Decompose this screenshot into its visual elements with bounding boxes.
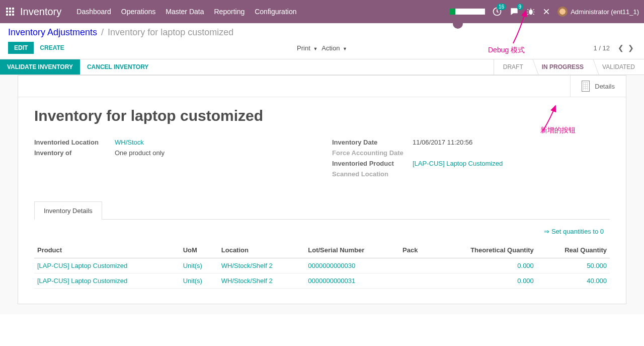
label-force-date: Force Accounting Date [332, 149, 413, 157]
close-icon[interactable] [542, 8, 550, 16]
top-nav: Inventory Dashboard Operations Master Da… [0, 0, 644, 23]
print-dropdown[interactable]: Print ▼ [297, 44, 317, 52]
apps-icon[interactable] [5, 7, 15, 17]
status-stages: DRAFT IN PROGRESS VALIDATED [494, 59, 644, 75]
value-date: 11/06/2017 11:20:56 [413, 139, 472, 146]
value-inventory-of: One product only [115, 149, 165, 157]
cell-uom[interactable]: Unit(s) [180, 258, 218, 273]
action-dropdown[interactable]: Action ▼ [321, 44, 347, 52]
breadcrumb-sep: / [101, 27, 104, 38]
fields-grid: Inventoried LocationWH/Stock Inventory o… [34, 139, 610, 181]
statusbar: VALIDATE INVENTORY CANCEL INVENTORY DRAF… [0, 59, 644, 75]
details-icon [582, 81, 590, 92]
page-title: Inventory for laptop customized [34, 107, 610, 124]
stage-draft[interactable]: DRAFT [494, 59, 532, 75]
set-quantities-link[interactable]: ⇒ Set quantities to 0 [544, 228, 604, 235]
pager-next[interactable]: ❯ [626, 42, 636, 54]
label-date: Inventory Date [332, 139, 413, 146]
user-menu[interactable]: Administrator (ent11_1) [557, 7, 639, 17]
details-button[interactable]: Details [570, 76, 626, 97]
avatar [557, 7, 568, 17]
edit-button[interactable]: EDIT [8, 42, 34, 54]
user-name: Administrator (ent11_1) [571, 8, 639, 16]
activities-badge: 16 [497, 4, 506, 10]
pager-nav: ❮ ❯ [616, 42, 636, 54]
control-panel: Inventory Adjustments / Inventory for la… [0, 23, 644, 54]
validate-button[interactable]: VALIDATE INVENTORY [0, 59, 80, 75]
cell-real[interactable]: 40.000 [537, 273, 610, 289]
cell-real[interactable]: 50.000 [537, 258, 610, 273]
nav-right: 16 9 Administrator (ent11_1) [450, 7, 639, 17]
cell-product[interactable]: [LAP-CUS] Laptop Customized [34, 273, 180, 289]
nav-configuration[interactable]: Configuration [255, 8, 296, 16]
svg-point-1 [529, 10, 533, 15]
col-uom[interactable]: UoM [180, 242, 218, 258]
cell-lot[interactable]: 0000000000031 [305, 273, 399, 289]
cancel-button[interactable]: CANCEL INVENTORY [80, 59, 155, 75]
nav-operations[interactable]: Operations [121, 8, 155, 16]
breadcrumb-current: Inventory for laptop customized [108, 27, 233, 38]
cell-lot[interactable]: 0000000000030 [305, 258, 399, 273]
nav-master-data[interactable]: Master Data [166, 8, 204, 16]
col-product[interactable]: Product [34, 242, 180, 258]
table-row[interactable]: [LAP-CUS] Laptop CustomizedUnit(s)WH/Sto… [34, 273, 610, 289]
nav-reporting[interactable]: Reporting [214, 8, 245, 16]
label-scanned: Scanned Location [332, 170, 413, 178]
debug-icon[interactable] [526, 7, 535, 16]
messages-icon[interactable]: 9 [509, 7, 519, 17]
inventory-lines-table: Product UoM Location Lot/Serial Number P… [34, 242, 610, 289]
cell-location[interactable]: WH/Stock/Shelf 2 [218, 258, 305, 273]
create-button[interactable]: CREATE [34, 42, 70, 54]
col-real[interactable]: Real Quantity [537, 242, 610, 258]
form-sheet: Details 新增的按钮 Inventory for laptop custo… [18, 75, 626, 304]
pager-text: 1 / 12 [593, 44, 610, 52]
tour-dot [453, 19, 463, 29]
nav-dashboard[interactable]: Dashboard [76, 8, 111, 16]
tabs: Inventory Details ⇒ Set quantities to 0 … [34, 201, 610, 289]
breadcrumb: Inventory Adjustments / Inventory for la… [8, 27, 636, 38]
cell-uom[interactable]: Unit(s) [180, 273, 218, 289]
progress-bar[interactable] [450, 9, 485, 15]
value-location[interactable]: WH/Stock [115, 139, 144, 146]
col-pack[interactable]: Pack [399, 242, 432, 258]
cell-location[interactable]: WH/Stock/Shelf 2 [218, 273, 305, 289]
col-theoretical[interactable]: Theoretical Quantity [432, 242, 537, 258]
col-location[interactable]: Location [218, 242, 305, 258]
table-row[interactable]: [LAP-CUS] Laptop CustomizedUnit(s)WH/Sto… [34, 258, 610, 273]
stage-validated[interactable]: VALIDATED [593, 59, 644, 75]
tab-inventory-details[interactable]: Inventory Details [34, 201, 102, 220]
sheet-background: Details 新增的按钮 Inventory for laptop custo… [0, 75, 644, 314]
cell-pack [399, 258, 432, 273]
label-product: Inventoried Product [332, 160, 413, 167]
activities-icon[interactable]: 16 [492, 7, 502, 17]
nav-menu: Dashboard Operations Master Data Reporti… [76, 8, 296, 16]
stage-in-progress[interactable]: IN PROGRESS [532, 59, 593, 75]
label-inventory-of: Inventory of [34, 149, 115, 157]
cell-theoretical: 0.000 [432, 273, 537, 289]
value-product[interactable]: [LAP-CUS] Laptop Customized [413, 160, 503, 167]
cell-product[interactable]: [LAP-CUS] Laptop Customized [34, 258, 180, 273]
col-lot[interactable]: Lot/Serial Number [305, 242, 399, 258]
app-name[interactable]: Inventory [20, 6, 61, 18]
cell-theoretical: 0.000 [432, 258, 537, 273]
button-box: Details [18, 76, 626, 97]
messages-badge: 9 [517, 4, 524, 10]
breadcrumb-root[interactable]: Inventory Adjustments [8, 27, 97, 38]
label-location: Inventoried Location [34, 139, 115, 146]
cell-pack [399, 273, 432, 289]
pager-prev[interactable]: ❮ [616, 42, 626, 54]
